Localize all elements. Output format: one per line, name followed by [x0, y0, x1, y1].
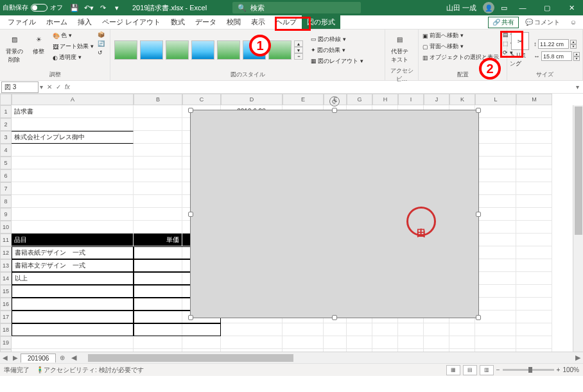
change-picture-button[interactable]: 🔄: [96, 40, 106, 47]
sheet-nav-next-icon[interactable]: ▶: [10, 354, 21, 361]
hscroll-thumb[interactable]: [88, 354, 293, 362]
row-header[interactable]: 8: [0, 195, 12, 208]
cell[interactable]: [12, 311, 134, 323]
cell[interactable]: [516, 195, 552, 208]
cell[interactable]: [516, 131, 552, 144]
cell[interactable]: [221, 336, 283, 349]
resize-handle[interactable]: [188, 212, 193, 217]
cell[interactable]: [516, 285, 552, 298]
cell[interactable]: 請求書: [12, 105, 134, 118]
resize-handle[interactable]: [476, 315, 481, 320]
row-header[interactable]: 4: [0, 144, 12, 157]
search-box[interactable]: 🔍 検索: [232, 2, 361, 13]
row-header[interactable]: 14: [0, 272, 12, 285]
cell[interactable]: 単価: [134, 234, 182, 246]
row-header[interactable]: 18: [0, 323, 12, 336]
cell[interactable]: [516, 144, 552, 157]
close-button[interactable]: ✕: [562, 0, 580, 15]
cell[interactable]: [516, 234, 552, 246]
column-header[interactable]: K: [449, 94, 475, 105]
cell[interactable]: [516, 298, 552, 311]
column-header[interactable]: M: [516, 94, 552, 105]
cell[interactable]: [475, 311, 516, 323]
formula-expand-icon[interactable]: ▾: [572, 83, 583, 90]
cell[interactable]: [372, 323, 398, 336]
vscroll-thumb[interactable]: [575, 107, 582, 235]
cell[interactable]: [12, 285, 134, 298]
alt-text-button[interactable]: ▤ 代替テ キスト: [388, 31, 411, 65]
column-header[interactable]: L: [475, 94, 516, 105]
ribbon-display-button[interactable]: ▭: [501, 4, 507, 12]
comment-button[interactable]: 💬コメント: [521, 17, 564, 28]
rotate-handle-icon[interactable]: ⟳: [329, 96, 340, 107]
autosave-toggle[interactable]: 自動保存 オフ: [3, 3, 63, 12]
cell[interactable]: [134, 118, 182, 131]
cell[interactable]: [516, 221, 552, 234]
cell[interactable]: 書籍表紙デザイン 一式: [12, 246, 134, 259]
fx-icon[interactable]: fx: [65, 83, 70, 90]
column-header[interactable]: C: [182, 94, 221, 105]
share-button[interactable]: 🔗共有: [488, 17, 519, 28]
column-header[interactable]: B: [134, 94, 182, 105]
tab-formula[interactable]: 数式: [166, 15, 190, 29]
cell[interactable]: [516, 246, 552, 259]
cell[interactable]: [134, 131, 182, 144]
artistic-effects-button[interactable]: 🖼アート効果 ▾: [51, 42, 95, 51]
cell[interactable]: 以上: [12, 272, 134, 285]
row-header[interactable]: 13: [0, 259, 12, 272]
cell[interactable]: [475, 105, 516, 118]
column-header[interactable]: D: [221, 94, 283, 105]
formula-input[interactable]: [74, 81, 572, 93]
cell[interactable]: [134, 195, 182, 208]
bring-forward-button[interactable]: ▣前面へ移動 ▾: [421, 31, 500, 40]
row-header[interactable]: 9: [0, 208, 12, 221]
cell[interactable]: [134, 182, 182, 195]
cell[interactable]: [475, 157, 516, 169]
picture-style-thumb[interactable]: [217, 40, 240, 60]
cell[interactable]: [516, 208, 552, 221]
cell[interactable]: [475, 118, 516, 131]
row-header[interactable]: 10: [0, 221, 12, 234]
save-icon[interactable]: 💾: [69, 3, 80, 13]
cell[interactable]: [134, 157, 182, 169]
sheet-nav-prev-icon[interactable]: ◀: [0, 354, 10, 361]
minimize-button[interactable]: —: [514, 0, 532, 15]
column-header[interactable]: H: [372, 94, 398, 105]
cell[interactable]: [324, 323, 347, 336]
cell[interactable]: [12, 118, 134, 131]
add-sheet-icon[interactable]: ⊕: [56, 354, 69, 361]
row-header[interactable]: 17: [0, 311, 12, 323]
cell[interactable]: [516, 118, 552, 131]
tab-home[interactable]: ホーム: [41, 15, 73, 29]
cell[interactable]: [134, 323, 221, 336]
resize-handle[interactable]: [476, 108, 481, 113]
cell[interactable]: [134, 336, 182, 349]
row-header[interactable]: 11: [0, 234, 12, 246]
crop-button[interactable]: ✂ トリミング: [510, 32, 530, 68]
resize-handle[interactable]: [188, 108, 193, 113]
cell[interactable]: [516, 272, 552, 285]
cell[interactable]: [12, 221, 134, 234]
column-header[interactable]: J: [424, 94, 449, 105]
cell[interactable]: [134, 144, 182, 157]
cell[interactable]: [134, 105, 182, 118]
cell[interactable]: [475, 298, 516, 311]
cell[interactable]: [372, 336, 398, 349]
cancel-formula-icon[interactable]: ✕: [47, 83, 52, 90]
tab-pagelayout[interactable]: ページ レイアウト: [97, 15, 166, 29]
cell[interactable]: [12, 208, 134, 221]
picture-effects-button[interactable]: ✦図の効果 ▾: [309, 46, 365, 55]
zoom-level[interactable]: 100%: [562, 366, 579, 373]
transparency-button[interactable]: ◐透明度 ▾: [51, 53, 95, 62]
row-header[interactable]: 1: [0, 105, 12, 118]
tab-insert[interactable]: 挿入: [73, 15, 97, 29]
cell[interactable]: [449, 323, 475, 336]
cell[interactable]: [475, 182, 516, 195]
normal-view-button[interactable]: ▦: [446, 365, 460, 375]
resize-handle[interactable]: [332, 108, 337, 113]
pagebreak-view-button[interactable]: ▥: [480, 365, 494, 375]
remove-background-button[interactable]: ▨ 背景の 削除: [3, 31, 26, 65]
column-header[interactable]: I: [398, 94, 424, 105]
user-avatar-icon[interactable]: 👤: [483, 2, 494, 13]
sheet-tab[interactable]: 201906: [21, 354, 56, 362]
